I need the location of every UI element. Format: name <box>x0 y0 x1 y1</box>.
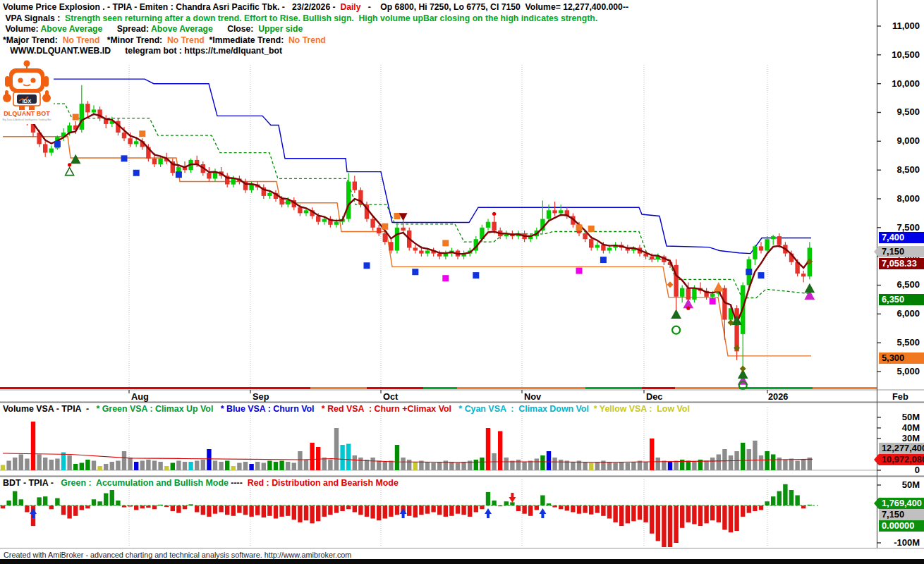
header-line-1: Volume Price Explosion . - TPIA - Emiten… <box>3 2 628 13</box>
x-axis-label: Feb <box>892 391 908 402</box>
header-segment: Close: <box>213 24 258 34</box>
axis-value-arrow <box>874 246 879 257</box>
price-tick-label: 9,000 <box>882 135 920 146</box>
amibroker-window: Volume Price Explosion . - TPIA - Emiten… <box>0 0 924 564</box>
price-tick-label: 11,000 <box>882 20 920 31</box>
axis-value-box: 7,150 <box>879 509 924 520</box>
header-segment: Daily <box>340 2 360 12</box>
volume-legend-segment: Volume VSA - TPIA - <box>3 404 94 414</box>
header-line-2: VPA Signals : Strength seen returning af… <box>3 13 628 25</box>
header-segment: No Trend <box>167 35 205 45</box>
header-segment: Above Average <box>151 24 213 34</box>
axis-value-box: 6,350 <box>879 294 924 305</box>
axis-value-box: 12,277,400 <box>879 443 924 454</box>
logo-tagline: Big Data & Artificial Intelligence Tradi… <box>2 118 51 121</box>
bdt-tick-label: 50M <box>882 479 920 490</box>
price-tick-label: 5,000 <box>882 366 920 376</box>
volume-legend-segment: * Cyan VSA : Climax Down Vol <box>456 404 594 414</box>
header-segment: *Minor Trend: <box>99 35 166 45</box>
price-tick-label: 9,500 <box>882 106 920 117</box>
header-segment: *Immediate Trend: <box>205 35 288 45</box>
axis-value-box: 0.00000 <box>879 520 924 532</box>
axis-value-box: 7,400 <box>879 232 924 243</box>
logo-chip-label: IDX <box>23 98 32 104</box>
price-tick-label: 8,500 <box>882 164 920 175</box>
header-segment: - Op 6800, Hi 7250, Lo 6775, Cl 7150 Vol… <box>361 2 628 12</box>
bdt-legend-segment: BDT - TPIA - <box>3 478 59 488</box>
x-axis-label: Dec <box>646 391 662 402</box>
bdt-legend-segment: ---- <box>231 478 243 488</box>
header-segment: Strength seen returning after a down tre… <box>65 13 597 23</box>
volume-legend-segment: * Blue VSA : Churn Vol <box>218 404 319 414</box>
robot-mascot-icon: IDX DLQUANT BOT Big Data & Artificial In… <box>0 59 54 124</box>
x-axis-label: 2026 <box>768 391 788 402</box>
price-tick-label: 7,500 <box>882 222 920 233</box>
axis-value-box: 7,058.33 <box>879 258 924 269</box>
x-axis-label: Oct <box>383 391 398 402</box>
month-gridlines <box>129 65 767 546</box>
bdt-legend-segment: Green : Accumulation and Bullish Mode <box>59 478 231 488</box>
volume-tick-label: 50M <box>882 412 920 422</box>
header-line-4: *Major Trend: No Trend *Minor Trend: No … <box>3 35 628 47</box>
header-segment: Volume: <box>3 24 41 34</box>
volume-legend-segment: * Green VSA : Climax Up Vol <box>94 404 218 414</box>
footer-credit: Created with AmiBroker - advanced charti… <box>4 551 351 559</box>
bdt-tick-label: -100M <box>882 537 920 548</box>
volume-legend-segment: * Red VSA : Churn +Climax Vol <box>319 404 456 414</box>
header-segment: WWW.DLQUANT.WEB.ID telegram bot : https:… <box>3 46 282 56</box>
blue-stop-line <box>3 79 811 254</box>
volume-bars <box>0 422 877 470</box>
price-tick-label: 6,500 <box>882 279 920 290</box>
logo-name: DLQUANT BOT <box>4 110 50 117</box>
chart-title-block: Volume Price Explosion . - TPIA - Emiten… <box>3 2 628 57</box>
bdt-legend-segment: Red : Distribution and Bearish Mode <box>243 478 399 488</box>
axis-value-arrow <box>874 498 879 509</box>
header-line-3: Volume: Above Average Spread: Above Aver… <box>3 24 628 35</box>
header-segment: Spread: <box>102 24 151 34</box>
x-axis-label: Aug <box>131 391 149 402</box>
price-tick-label: 10,000 <box>882 78 920 89</box>
price-tick-label: 10,500 <box>882 49 920 60</box>
header-segment: No Trend <box>63 35 100 45</box>
header-segment: No Trend <box>288 35 326 45</box>
volume-tick-label: 0 <box>882 465 920 475</box>
bdt-panel-header: BDT - TPIA - Green : Accumulation and Bu… <box>3 478 399 488</box>
axis-value-box: 10,972,080 <box>879 454 924 465</box>
x-axis-label: Sep <box>253 391 269 402</box>
volume-legend-segment: * Yellow VSA : Low Vol <box>594 404 690 414</box>
bdt-histogram <box>0 484 818 547</box>
dlquant-logo: IDX DLQUANT BOT Big Data & Artificial In… <box>0 59 54 124</box>
window-bottom-bar <box>0 559 924 564</box>
volume-panel-header: Volume VSA - TPIA - * Green VSA : Climax… <box>3 404 690 414</box>
price-tick-label: 8,000 <box>882 193 920 204</box>
header-segment: *Major Trend: <box>3 35 63 45</box>
volume-tick-label: 30M <box>882 433 920 443</box>
header-segment: Upper side <box>258 24 303 34</box>
axis-value-box: 5,300 <box>879 352 924 364</box>
header-segment: VPA Signals : <box>3 13 65 23</box>
axis-value-arrow <box>874 454 879 465</box>
header-segment: Above Average <box>41 24 103 34</box>
price-tick-label: 5,500 <box>882 337 920 348</box>
x-axis-label: Nov <box>524 391 541 402</box>
price-tick-label: 6,000 <box>882 308 920 319</box>
axis-value-box: 7,150 <box>879 246 924 257</box>
header-segment: Volume Price Explosion . - TPIA - Emiten… <box>3 2 340 12</box>
header-line-5: WWW.DLQUANT.WEB.ID telegram bot : https:… <box>3 46 628 57</box>
axis-value-box: 1,769,400 <box>879 498 924 509</box>
volume-tick-label: 40M <box>882 422 920 433</box>
